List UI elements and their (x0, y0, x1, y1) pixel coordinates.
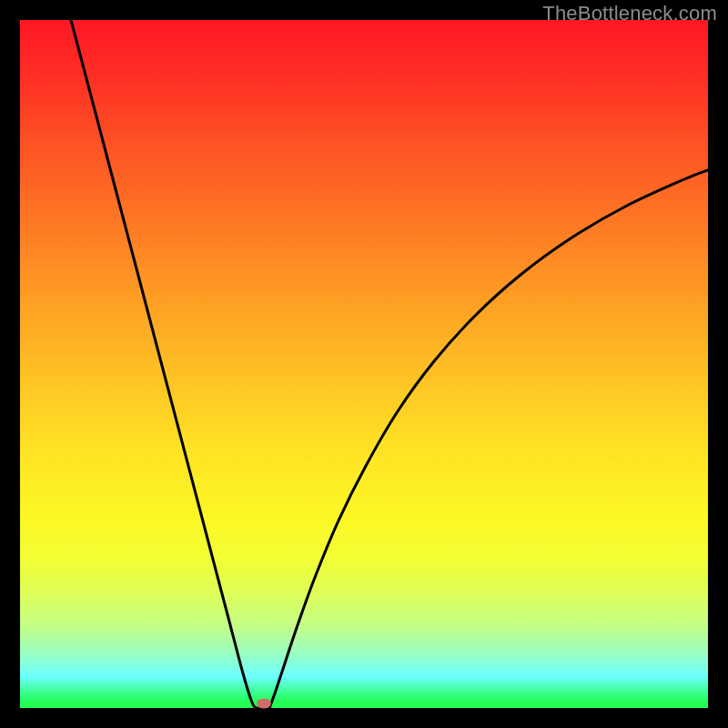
curve-left-branch (71, 20, 260, 708)
curve-right-branch (269, 170, 708, 708)
optimal-point-marker (257, 699, 271, 709)
bottleneck-curve (20, 20, 708, 708)
watermark-text: TheBottleneck.com (542, 2, 717, 25)
